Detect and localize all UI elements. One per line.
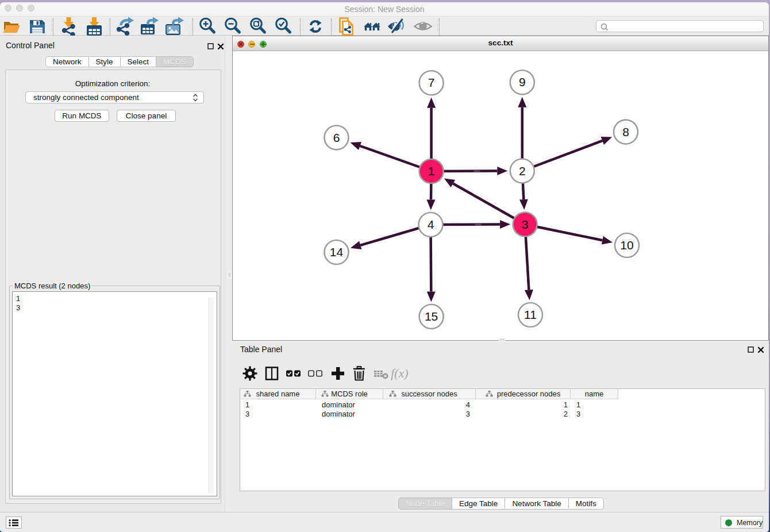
svg-text:11: 11 [524,308,537,321]
svg-text:14: 14 [330,245,344,259]
svg-text:3: 3 [522,218,529,231]
svg-text:7: 7 [428,76,435,89]
svg-text:9: 9 [519,75,526,88]
svg-text:1: 1 [428,164,435,178]
svg-text:4: 4 [428,218,434,231]
svg-text:6: 6 [333,131,340,144]
svg-text:2: 2 [519,164,526,178]
svg-text:f(x): f(x) [391,366,409,380]
svg-text:8: 8 [622,125,629,138]
svg-text:15: 15 [425,310,438,323]
svg-text:10: 10 [620,238,633,252]
